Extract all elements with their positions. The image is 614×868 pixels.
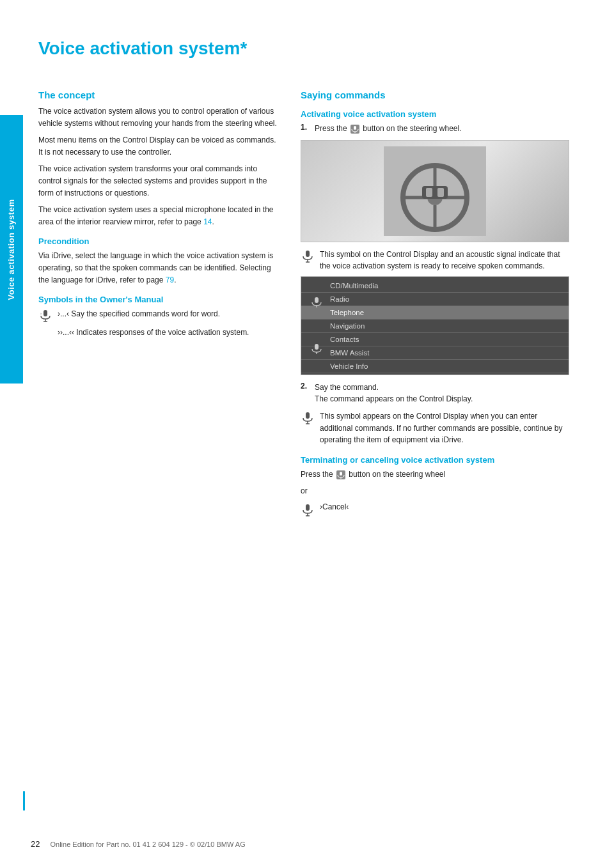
mic-icon-2 <box>301 249 315 263</box>
symbol2-text: ››...‹‹ Indicates responses of the voice… <box>58 327 249 339</box>
precondition-text: Via iDrive, select the language in which… <box>38 250 281 286</box>
step-1: 1. Press the button on the steering whee… <box>301 123 569 135</box>
footer-text: Online Edition for Part no. 01 41 2 604 … <box>50 841 245 848</box>
mic-button-icon-1 <box>350 125 359 134</box>
menu-item: Settings <box>301 373 569 375</box>
step2-symbol-block: This symbol appears on the Control Displ… <box>301 410 569 446</box>
svg-rect-17 <box>306 251 310 257</box>
svg-text:›: › <box>40 311 42 315</box>
activating-heading: Activating voice activation system <box>301 109 569 119</box>
menu-item: Contacts <box>301 333 569 346</box>
svg-rect-28 <box>340 472 342 476</box>
svg-rect-30 <box>306 504 310 511</box>
cancel-block: ›Cancel‹ <box>301 502 569 517</box>
menu-item: BMW Assist <box>301 346 569 360</box>
precondition-heading: Precondition <box>38 236 281 246</box>
or-text: or <box>301 485 569 497</box>
page-link-79[interactable]: 79 <box>166 275 174 284</box>
mic-icon-4 <box>301 503 315 517</box>
main-content: The concept The voice activation system … <box>38 78 601 521</box>
menu-item: Navigation <box>301 320 569 333</box>
step2-symbol-text: This symbol appears on the Control Displ… <box>320 410 569 446</box>
steering-wheel-image <box>301 140 569 242</box>
right-column: Saying commands Activating voice activat… <box>301 78 569 521</box>
page: Voice activation system Voice activation… <box>0 0 614 868</box>
step1-text: Press the button on the steering wheel. <box>315 123 461 135</box>
symbol-desc-text: This symbol on the Control Display and a… <box>320 249 569 272</box>
symbols-heading: Symbols in the Owner's Manual <box>38 295 281 304</box>
page-title: Voice activation system* <box>38 38 614 59</box>
saying-commands-heading: Saying commands <box>301 89 569 100</box>
svg-rect-15 <box>426 188 432 197</box>
step-2: 2. Say the command.The command appears o… <box>301 382 569 405</box>
mic-button-icon-2 <box>336 470 345 479</box>
cancel-command: ›Cancel‹ <box>320 502 349 511</box>
page-link-14[interactable]: 14 <box>203 217 212 226</box>
svg-rect-16 <box>437 188 444 197</box>
sidebar-label: Voice activation system <box>0 115 23 384</box>
concept-para-2: Most menu items on the Control Display c… <box>38 134 281 158</box>
svg-rect-24 <box>306 412 310 419</box>
svg-rect-22 <box>315 344 319 350</box>
steering-placeholder <box>301 141 569 242</box>
concept-para-1: The voice activation system allows you t… <box>38 105 281 129</box>
menu-items: CD/MultimediaRadioTelephoneNavigationCon… <box>301 279 569 375</box>
mic-icon-3 <box>301 411 315 425</box>
symbol-block-1: › ›...‹ Say the specified commands word … <box>38 308 281 323</box>
page-number: 22 <box>26 839 40 849</box>
concept-para-3: The voice activation system transforms y… <box>38 163 281 199</box>
left-column: The concept The voice activation system … <box>38 78 281 521</box>
steering-illustration <box>384 146 486 236</box>
menu-item: CD/Multimedia <box>301 279 569 293</box>
step2-text: Say the command.The command appears on t… <box>315 382 473 405</box>
menu-item: Vehicle Info <box>301 360 569 373</box>
menu-mic-bottom <box>311 343 322 355</box>
svg-rect-20 <box>315 297 319 303</box>
svg-rect-0 <box>43 310 47 316</box>
menu-item: Telephone <box>301 306 569 320</box>
symbol-desc-block: This symbol on the Control Display and a… <box>301 249 569 272</box>
menu-left-icons <box>304 277 329 375</box>
page-bar <box>23 791 25 810</box>
menu-item: Radio <box>301 293 569 306</box>
mic-icon-1: › <box>38 309 52 323</box>
menu-image: CD/MultimediaRadioTelephoneNavigationCon… <box>301 276 569 375</box>
svg-rect-5 <box>354 126 356 130</box>
terminating-text: Press the button on the steering wheel <box>301 469 569 481</box>
concept-heading: The concept <box>38 89 281 100</box>
menu-mic-top <box>311 297 322 308</box>
terminating-heading: Terminating or canceling voice activatio… <box>301 455 569 465</box>
menu-display: CD/MultimediaRadioTelephoneNavigationCon… <box>301 277 569 375</box>
symbol1-text: ›...‹ Say the specified commands word fo… <box>58 308 220 320</box>
symbol-block-2: ››...‹‹ Indicates responses of the voice… <box>38 327 281 339</box>
concept-para-4: The voice activation system uses a speci… <box>38 204 281 228</box>
footer: 22 Online Edition for Part no. 01 41 2 6… <box>0 839 614 849</box>
